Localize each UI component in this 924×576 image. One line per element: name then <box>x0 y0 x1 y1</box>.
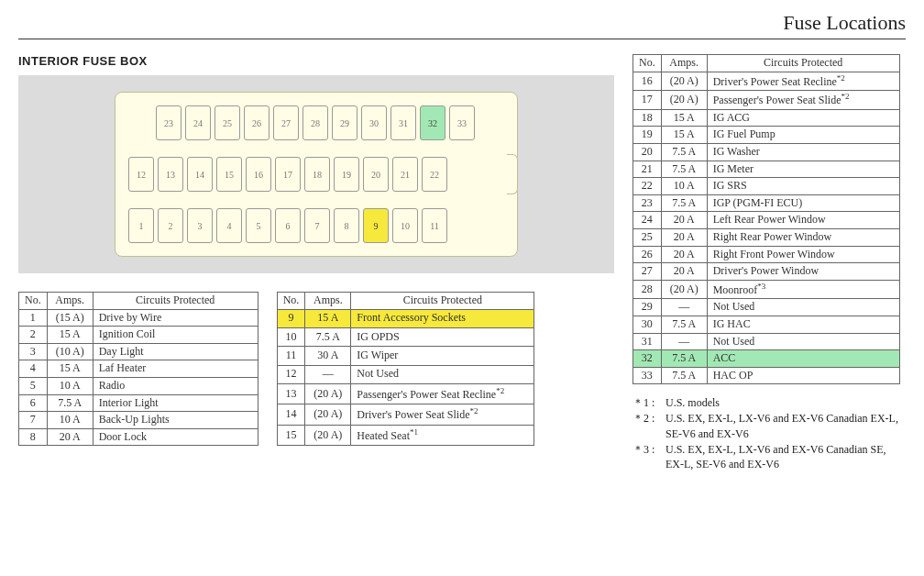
cell-circuit: Driver's Power Seat Recline*2 <box>707 72 899 91</box>
fusebox-panel: 2324252627282930313233121314151617181920… <box>115 92 518 257</box>
table-row: 107.5 AIG OPDS <box>277 327 534 346</box>
table-row: 16(20 A)Driver's Power Seat Recline*2 <box>633 72 900 91</box>
cell-no: 8 <box>19 428 48 446</box>
table-row: 17(20 A)Passenger's Power Seat Slide*2 <box>633 91 900 110</box>
table-row: 1915 AIG Fuel Pump <box>633 127 900 144</box>
footnote-text: U.S. models <box>666 395 906 411</box>
cell-circuit: Front Accessory Sockets <box>351 309 534 327</box>
right-column: No. Amps. Circuits Protected 16(20 A)Dri… <box>632 54 906 472</box>
cell-amps: 30 A <box>305 347 351 365</box>
cell-circuit: IGP (PGM-FI ECU) <box>707 194 899 212</box>
cell-amps: 10 A <box>47 377 93 394</box>
cell-no: 19 <box>633 127 662 144</box>
cell-no: 26 <box>633 246 662 263</box>
cell-circuit: Driver's Power Seat Slide*2 <box>351 404 534 425</box>
cell-no: 32 <box>633 350 662 368</box>
superscript: *1 <box>410 427 418 437</box>
cell-amps: 20 A <box>661 212 707 229</box>
fuse-slot-1: 1 <box>128 208 154 243</box>
cell-circuit: Not Used <box>707 299 899 316</box>
cell-amps: (20 A) <box>305 425 351 446</box>
cell-amps: 7.5 A <box>661 350 707 368</box>
fuse-slot-13: 13 <box>158 157 183 192</box>
table-row: 337.5 AHAC OP <box>633 367 900 384</box>
main-layout: INTERIOR FUSE BOX 2324252627282930313233… <box>18 54 906 472</box>
cell-circuit: Door Lock <box>93 428 258 446</box>
th-amps: Amps. <box>305 293 351 310</box>
superscript: *2 <box>841 92 849 101</box>
fuse-slot-8: 8 <box>334 208 359 243</box>
cell-amps: 15 A <box>47 360 93 378</box>
table-row: 820 ADoor Lock <box>19 428 258 446</box>
cell-circuit: Passenger's Power Seat Slide*2 <box>707 91 899 110</box>
cell-amps: — <box>305 365 351 383</box>
cell-amps: 7.5 A <box>661 367 707 384</box>
footnotes: ＊1 :U.S. models＊2 :U.S. EX, EX-L, LX-V6 … <box>632 395 906 472</box>
cell-amps: 15 A <box>661 127 707 144</box>
footnote-text: U.S. EX, EX-L, LX-V6 and EX-V6 Canadian … <box>666 411 906 442</box>
cell-no: 6 <box>19 394 48 412</box>
cell-circuit: Not Used <box>707 333 899 350</box>
cell-no: 16 <box>633 72 662 91</box>
cell-circuit: Radio <box>93 377 258 394</box>
th-amps: Amps. <box>661 55 707 72</box>
cell-circuit: ACC <box>707 350 899 368</box>
panel-notch <box>507 154 518 194</box>
fuse-slot-19: 19 <box>334 157 359 192</box>
cell-amps: (20 A) <box>661 91 707 110</box>
fuse-slot-5: 5 <box>246 208 271 243</box>
cell-amps: 20 A <box>47 428 93 446</box>
fuse-slot-29: 29 <box>332 105 358 140</box>
table-row: 1(15 A)Drive by Wire <box>19 309 258 327</box>
cell-amps: 10 A <box>47 412 93 429</box>
cell-amps: 20 A <box>661 246 707 263</box>
cell-no: 28 <box>633 280 662 299</box>
cell-no: 4 <box>19 360 48 378</box>
table-row: 2520 ARight Rear Power Window <box>633 228 900 246</box>
fuse-slot-9: 9 <box>363 208 389 243</box>
table-row: 2420 ALeft Rear Power Window <box>633 212 900 229</box>
th-no: No. <box>19 293 48 310</box>
fuse-slot-33: 33 <box>449 105 475 140</box>
fusebox-background: 2324252627282930313233121314151617181920… <box>18 75 614 273</box>
table-row: 415 ALaf Heater <box>19 360 258 378</box>
cell-circuit: Moonroof*3 <box>707 280 899 299</box>
cell-circuit: Day Light <box>93 343 258 360</box>
table-row: 3(10 A)Day Light <box>19 343 258 360</box>
table-row: 207.5 AIG Washer <box>633 143 900 161</box>
cell-circuit: Laf Heater <box>93 360 258 378</box>
fuse-row: 1234567891011 <box>128 208 491 243</box>
cell-amps: 7.5 A <box>661 143 707 161</box>
cell-amps: 7.5 A <box>47 394 93 412</box>
table-row: 307.5 AIG HAC <box>633 316 900 333</box>
fuse-slot-18: 18 <box>304 157 330 192</box>
cell-circuit: IG Washer <box>707 143 899 161</box>
superscript: *2 <box>496 386 504 395</box>
cell-circuit: IG ACG <box>707 109 899 127</box>
cell-no: 15 <box>277 425 305 446</box>
table-row: 1130 AIG Wiper <box>277 347 534 365</box>
table-row: 15(20 A)Heated Seat*1 <box>277 425 534 446</box>
footnote: ＊3 :U.S. EX, EX-L, LX-V6 and EX-V6 Canad… <box>632 442 906 473</box>
cell-circuit: Right Rear Power Window <box>707 228 899 246</box>
table-row: 29—Not Used <box>633 299 900 316</box>
cell-amps: 7.5 A <box>305 327 351 346</box>
table-row: 1815 AIG ACG <box>633 109 900 127</box>
fuse-slot-17: 17 <box>275 157 301 192</box>
footnote-text: U.S. EX, EX-L, LX-V6 and EX-V6 Canadian … <box>666 442 906 473</box>
cell-amps: 10 A <box>661 178 707 195</box>
superscript: *2 <box>837 73 845 83</box>
fuse-slot-28: 28 <box>302 105 328 140</box>
cell-no: 5 <box>19 377 48 394</box>
cell-amps: (15 A) <box>47 309 93 327</box>
tables-row-bottom: No. Amps. Circuits Protected 1(15 A)Driv… <box>18 292 614 446</box>
cell-circuit: IG SRS <box>707 178 899 195</box>
fuse-slot-14: 14 <box>187 157 213 192</box>
fuse-slot-27: 27 <box>273 105 299 140</box>
cell-no: 21 <box>633 161 662 178</box>
cell-no: 10 <box>277 327 305 346</box>
cell-circuit: IG Fuel Pump <box>707 127 899 144</box>
cell-amps: 15 A <box>661 109 707 127</box>
table-row: 237.5 AIGP (PGM-FI ECU) <box>633 194 900 212</box>
fuse-table-1: No. Amps. Circuits Protected 1(15 A)Driv… <box>18 292 258 446</box>
